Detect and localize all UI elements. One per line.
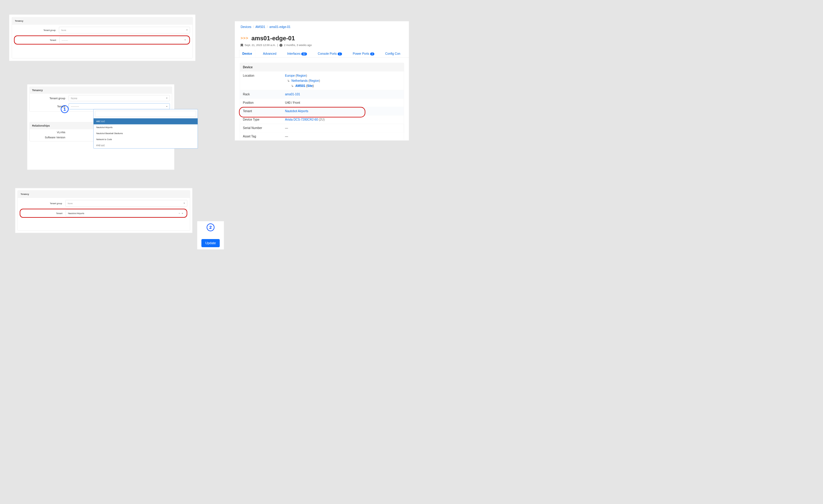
- power-badge: 2: [370, 52, 374, 55]
- tenant-value: ---------: [62, 39, 68, 41]
- breadcrumb-site[interactable]: AMS01: [256, 25, 265, 29]
- tenant-search-input[interactable]: [95, 111, 196, 117]
- tenant-group-value: None: [71, 97, 77, 100]
- tenant-group-select[interactable]: None: [68, 95, 170, 101]
- chevron-down-icon: [183, 203, 185, 204]
- breadcrumb-device[interactable]: ams01-edge-01: [270, 25, 291, 29]
- chevron-down-icon: [186, 30, 188, 31]
- tenant-select[interactable]: ---------: [59, 37, 188, 43]
- device-type-label: Device Type: [243, 118, 285, 122]
- tenant-option[interactable]: Nautobot Airports: [94, 125, 198, 131]
- tenant-group-select[interactable]: None: [59, 27, 190, 33]
- tenant-select[interactable]: Nautobot Airports ×: [66, 210, 186, 216]
- tenant-group-select[interactable]: None: [65, 200, 187, 207]
- tenant-group-value: None: [61, 29, 66, 31]
- clock-icon: [280, 44, 283, 47]
- device-timestamp: Sept. 21, 2023 12:00 a.m.: [244, 44, 276, 47]
- vlans-label: VLANs: [32, 131, 69, 134]
- tenancy-panel-title: Tenancy: [30, 87, 172, 94]
- region-link[interactable]: Region: [310, 79, 319, 82]
- tab-power-ports[interactable]: Power Ports2: [350, 50, 377, 58]
- chevron-down-icon: [182, 213, 183, 214]
- interfaces-badge: 62: [301, 52, 307, 55]
- tenant-group-label: Tenant group: [15, 29, 59, 31]
- console-badge: 1: [337, 52, 342, 55]
- rack-link[interactable]: ams01-101: [285, 93, 300, 96]
- region-link[interactable]: Region: [297, 74, 306, 77]
- location-europe-link[interactable]: Europe: [285, 74, 295, 77]
- clear-icon[interactable]: ×: [179, 212, 180, 214]
- tab-device[interactable]: Device: [239, 50, 255, 58]
- tenant-option[interactable]: XYZ LLC: [94, 143, 198, 149]
- breadcrumb: Devices / AMS01 / ams01-edge-01: [234, 21, 409, 29]
- tenant-label: Tenant: [20, 212, 66, 214]
- tab-config-context[interactable]: Config Con: [382, 50, 403, 58]
- device-type-suffix: (2U): [318, 118, 325, 121]
- tenancy-panel-title: Tenancy: [18, 191, 190, 198]
- chevron-down-icon: [166, 98, 168, 99]
- tenant-group-label: Tenant group: [32, 97, 69, 100]
- tab-console-ports[interactable]: Console Ports1: [315, 50, 345, 58]
- location-label: Location: [243, 74, 285, 88]
- location-ams01-link[interactable]: AMS01: [295, 84, 305, 88]
- site-link[interactable]: Site: [307, 84, 313, 88]
- bookmark-icon: [240, 44, 243, 47]
- asset-tag-value: —: [285, 135, 288, 138]
- position-label: Position: [243, 101, 285, 105]
- tenant-label: Tenant: [15, 39, 59, 41]
- location-netherlands-link[interactable]: Netherlands: [292, 79, 308, 82]
- device-type-link[interactable]: Arista DCS-7280CR2-60: [285, 118, 318, 121]
- tenant-group-label: Tenant group: [20, 202, 65, 204]
- chevron-up-icon: [166, 106, 168, 107]
- tab-advanced[interactable]: Advanced: [260, 50, 279, 58]
- tenant-row-highlight: [239, 107, 365, 118]
- tenant-select-open[interactable]: ---------: [68, 104, 170, 110]
- tenancy-panel-title: Tenancy: [12, 17, 193, 25]
- step-2-marker: 2: [207, 223, 214, 231]
- tenant-option[interactable]: Network to Code: [94, 137, 198, 143]
- arrow-return-icon: ↳: [291, 84, 294, 88]
- device-panel-title: Device: [240, 63, 404, 71]
- device-age: 2 months, 3 weeks ago: [284, 44, 312, 47]
- update-button[interactable]: Update: [201, 239, 219, 247]
- breadcrumb-devices[interactable]: Devices: [240, 25, 252, 29]
- software-version-label: Software Version: [32, 136, 69, 139]
- serial-value: —: [285, 126, 288, 130]
- tenant-value: Nautobot Airports: [68, 212, 84, 214]
- position-value: U40 / Front: [285, 101, 300, 105]
- prompt-chevrons-icon: >>>: [240, 36, 249, 41]
- step-1-marker: 1: [61, 105, 68, 113]
- tenant-group-value: None: [68, 202, 73, 204]
- chevron-down-icon: [184, 40, 186, 41]
- serial-label: Serial Number: [243, 126, 285, 130]
- tenant-option[interactable]: ABC LLC: [94, 119, 198, 125]
- tab-interfaces[interactable]: Interfaces62: [284, 50, 310, 58]
- tenant-value: ---------: [71, 105, 79, 108]
- rack-label: Rack: [243, 93, 285, 96]
- asset-tag-label: Asset Tag: [243, 135, 285, 138]
- device-title: ams01-edge-01: [252, 35, 295, 42]
- tenant-option[interactable]: Nautobot Baseball Stadiums: [94, 131, 198, 137]
- arrow-return-icon: ↳: [287, 79, 290, 82]
